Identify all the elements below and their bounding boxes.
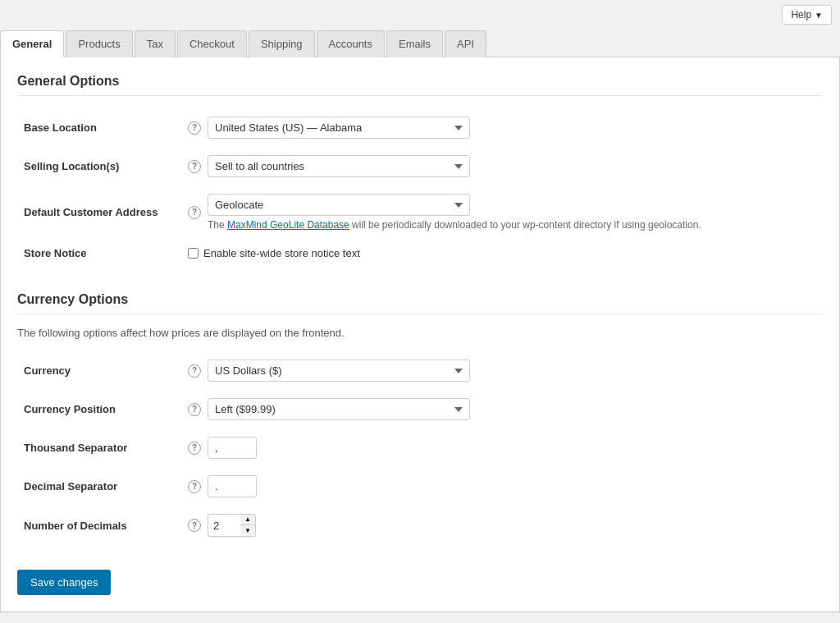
default-customer-address-help-icon[interactable]: ? xyxy=(188,206,201,219)
currency-options-table: Currency ? US Dollars ($) Currency Posit… xyxy=(17,351,823,545)
decimal-separator-help-icon[interactable]: ? xyxy=(188,480,201,493)
section-separator xyxy=(17,276,823,292)
decimal-separator-input[interactable] xyxy=(208,475,257,497)
store-notice-checkbox[interactable] xyxy=(188,248,199,259)
thousand-separator-row: Thousand Separator ? xyxy=(17,428,823,467)
selling-locations-field-row: ? Sell to all countries xyxy=(188,155,816,177)
number-of-decimals-help-icon[interactable]: ? xyxy=(188,519,201,532)
selling-locations-select[interactable]: Sell to all countries xyxy=(208,155,470,177)
general-options-heading: General Options xyxy=(17,74,823,96)
currency-options-description: The following options affect how prices … xyxy=(17,327,823,339)
chevron-down-icon: ▼ xyxy=(815,11,823,20)
tab-emails[interactable]: Emails xyxy=(386,30,443,57)
thousand-separator-help-icon[interactable]: ? xyxy=(188,442,201,455)
currency-position-row: Currency Position ? Left ($99.99) xyxy=(17,390,823,428)
currency-select[interactable]: US Dollars ($) xyxy=(208,360,470,382)
currency-row: Currency ? US Dollars ($) xyxy=(17,351,823,390)
default-customer-address-row: Default Customer Address ? Geolocate The… xyxy=(17,186,823,239)
store-notice-row: Store Notice Enable site-wide store noti… xyxy=(17,239,823,268)
currency-field-row: ? US Dollars ($) xyxy=(188,360,816,382)
currency-position-help-icon[interactable]: ? xyxy=(188,403,201,416)
base-location-label: Base Location xyxy=(24,121,97,134)
store-notice-checkbox-label: Enable site-wide store notice text xyxy=(203,247,360,259)
main-content: General Options Base Location ? United S… xyxy=(0,57,840,612)
currency-position-field-row: ? Left ($99.99) xyxy=(188,398,816,420)
tab-checkout[interactable]: Checkout xyxy=(177,30,247,57)
currency-label: Currency xyxy=(24,364,71,377)
selling-locations-help-icon[interactable]: ? xyxy=(188,160,201,173)
selling-locations-label: Selling Location(s) xyxy=(24,160,119,172)
decimal-separator-field-row: ? xyxy=(188,475,816,497)
thousand-separator-input[interactable] xyxy=(208,437,257,459)
spinner-down-button[interactable]: ▼ xyxy=(240,525,255,536)
help-button[interactable]: Help ▼ xyxy=(782,5,832,25)
tab-accounts[interactable]: Accounts xyxy=(317,30,385,57)
currency-position-select[interactable]: Left ($99.99) xyxy=(208,398,470,420)
tab-tax[interactable]: Tax xyxy=(135,30,176,57)
geolocate-note: The MaxMind GeoLite Database will be per… xyxy=(208,219,701,231)
selling-locations-row: Selling Location(s) ? Sell to all countr… xyxy=(17,147,823,186)
tab-products[interactable]: Products xyxy=(66,30,132,57)
default-customer-address-select[interactable]: Geolocate xyxy=(208,194,470,216)
tab-api[interactable]: API xyxy=(445,30,486,57)
maxmind-link[interactable]: MaxMind GeoLite Database xyxy=(227,219,349,231)
tab-general[interactable]: General xyxy=(0,30,64,57)
store-notice-label: Store Notice xyxy=(24,247,87,259)
tab-navigation: General Products Tax Checkout Shipping A… xyxy=(0,30,840,57)
number-of-decimals-spinner: ▲ ▼ xyxy=(208,514,256,537)
decimal-separator-label: Decimal Separator xyxy=(24,480,117,492)
spinner-up-button[interactable]: ▲ xyxy=(240,515,255,525)
base-location-field-row: ? United States (US) — Alabama xyxy=(188,117,816,139)
base-location-help-icon[interactable]: ? xyxy=(188,121,201,135)
thousand-separator-field-row: ? xyxy=(188,437,816,459)
general-options-table: Base Location ? United States (US) — Ala… xyxy=(17,108,823,268)
currency-position-label: Currency Position xyxy=(24,403,116,415)
currency-options-heading: Currency Options xyxy=(17,292,823,314)
currency-help-icon[interactable]: ? xyxy=(188,364,201,378)
thousand-separator-label: Thousand Separator xyxy=(24,442,127,454)
base-location-row: Base Location ? United States (US) — Ala… xyxy=(17,108,823,147)
default-customer-address-field-row: ? Geolocate The MaxMind GeoLite Database… xyxy=(188,194,816,231)
number-of-decimals-input[interactable] xyxy=(208,514,240,537)
help-label: Help xyxy=(791,9,811,21)
number-of-decimals-label: Number of Decimals xyxy=(24,520,127,532)
number-of-decimals-field-row: ? ▲ ▼ xyxy=(188,514,816,537)
default-customer-address-label: Default Customer Address xyxy=(24,206,158,218)
save-changes-button[interactable]: Save changes xyxy=(17,570,111,595)
top-bar: Help ▼ xyxy=(0,0,840,30)
number-of-decimals-row: Number of Decimals ? ▲ ▼ xyxy=(17,506,823,545)
store-notice-field-row: Enable site-wide store notice text xyxy=(188,247,816,259)
tab-shipping[interactable]: Shipping xyxy=(249,30,315,57)
decimal-separator-row: Decimal Separator ? xyxy=(17,467,823,506)
base-location-select[interactable]: United States (US) — Alabama xyxy=(208,117,470,139)
spinner-controls: ▲ ▼ xyxy=(240,514,256,537)
